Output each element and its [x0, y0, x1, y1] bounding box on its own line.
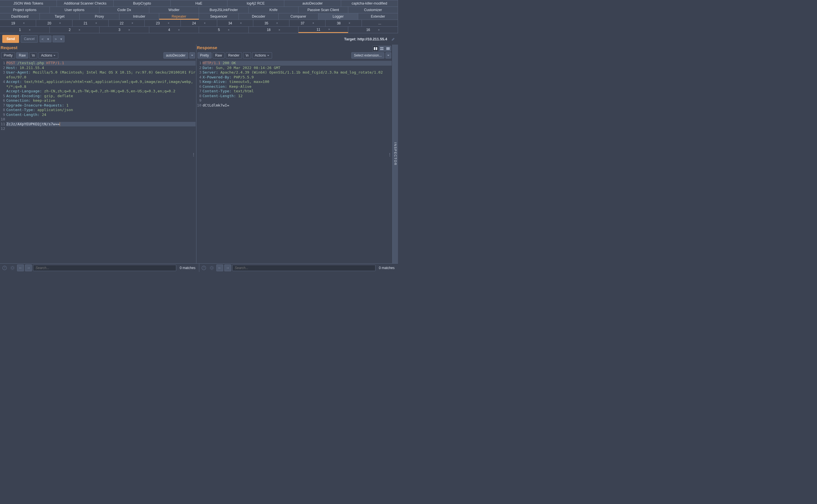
tab-passive-scan-client[interactable]: Passive Scan Client: [298, 7, 348, 13]
tab-knife[interactable]: Knife: [249, 7, 298, 13]
request-search-input[interactable]: [33, 265, 176, 271]
close-icon[interactable]: ×: [228, 28, 229, 32]
history-forward-icon[interactable]: >: [53, 36, 59, 42]
code-line[interactable]: User-Agent: Mozilla/5.0 (Macintosh; Inte…: [6, 70, 195, 80]
close-icon[interactable]: ×: [348, 22, 350, 25]
tab-user-options[interactable]: User options: [50, 7, 99, 13]
tab-comparer[interactable]: Comparer: [278, 13, 318, 20]
repeater-tab-19[interactable]: 19×: [0, 20, 36, 26]
close-icon[interactable]: ×: [23, 22, 25, 25]
code-line[interactable]: Date: Sun, 20 Mar 2022 08:14:26 GMT: [203, 66, 392, 70]
tab-dashboard[interactable]: Dashboard: [0, 13, 40, 20]
tab-project-options[interactable]: Project options: [0, 7, 50, 13]
code-line[interactable]: Content-Type: text/html: [203, 89, 392, 94]
view-tab-n[interactable]: \n: [243, 52, 251, 59]
request-decoder-dropdown-icon[interactable]: [189, 52, 195, 59]
request-decoder-select[interactable]: autoDecoder: [163, 52, 188, 59]
gear-icon[interactable]: [208, 265, 215, 271]
help-icon[interactable]: ?: [200, 265, 207, 271]
view-tab-render[interactable]: Render: [226, 52, 242, 59]
repeater-tab-24[interactable]: 24×: [181, 20, 217, 26]
tab-autodecoder[interactable]: autoDecoder: [284, 0, 341, 7]
tab-json-web-tokens[interactable]: JSON Web Tokens: [0, 0, 57, 7]
close-icon[interactable]: ×: [240, 22, 242, 25]
repeater-tab-37[interactable]: 37×: [289, 20, 325, 26]
code-line[interactable]: [203, 98, 392, 103]
tab-extender[interactable]: Extender: [358, 13, 398, 20]
close-icon[interactable]: ×: [204, 22, 205, 25]
code-line[interactable]: X-Powered-By: PHP/5.5.9: [203, 75, 392, 80]
repeater-tab-23[interactable]: 23×: [145, 20, 181, 26]
repeater-tab-11[interactable]: 11×: [298, 27, 348, 33]
history-back-dropdown-icon[interactable]: ▾: [45, 36, 51, 42]
close-icon[interactable]: ×: [168, 22, 169, 25]
code-line[interactable]: Connection: keep-alive: [6, 98, 195, 103]
code-line[interactable]: Content-Type: application/json: [6, 108, 195, 113]
response-extension-select[interactable]: Select extension...: [351, 52, 384, 59]
code-line[interactable]: Accept-Language: zh-CN,zh;q=0.8,zh-TW;q=…: [6, 89, 195, 94]
gear-icon[interactable]: [9, 265, 16, 271]
tab-proxy[interactable]: Proxy: [80, 13, 119, 20]
close-icon[interactable]: ×: [78, 28, 80, 32]
search-next-icon[interactable]: →: [224, 265, 231, 271]
inspector-sidebar[interactable]: INSPECTOR: [392, 45, 398, 263]
code-line[interactable]: Server: Apache/2.4.39 (Win64) OpenSSL/1.…: [203, 70, 392, 75]
view-tab-raw[interactable]: Raw: [16, 52, 28, 59]
tab-wsdler[interactable]: Wsdler: [149, 7, 199, 13]
repeater-tab-...[interactable]: ...: [362, 20, 398, 26]
tab-log4j2-rce[interactable]: log4j2 RCE: [227, 0, 284, 7]
view-tab-actions[interactable]: Actions: [252, 52, 272, 59]
view-tab-actions[interactable]: Actions: [38, 52, 58, 59]
tab-code-dx[interactable]: Code Dx: [99, 7, 149, 13]
layout-columns-icon[interactable]: [373, 46, 378, 51]
repeater-tab-2[interactable]: 2×: [50, 27, 99, 33]
code-line[interactable]: Accept-Encoding: gzip, deflate: [6, 94, 195, 99]
code-line[interactable]: ZcJz/AXpYEUPKEQjtN/s7w==: [6, 122, 195, 127]
code-line[interactable]: Content-Length: 24: [6, 113, 195, 117]
search-prev-icon[interactable]: ←: [216, 265, 223, 271]
view-tab-n[interactable]: \n: [29, 52, 37, 59]
tab-customizer[interactable]: Customizer: [348, 7, 398, 13]
request-editor[interactable]: 123 4 56789101112 POST /testsql.php HTTP…: [0, 60, 196, 263]
target-edit-icon[interactable]: [391, 37, 396, 41]
repeater-tab-3[interactable]: 3×: [99, 27, 149, 33]
layout-rows-icon[interactable]: [379, 46, 384, 51]
history-back-icon[interactable]: <: [40, 36, 45, 42]
view-tab-raw[interactable]: Raw: [213, 52, 224, 59]
code-line[interactable]: dCtLdlmk7wI=: [203, 103, 392, 108]
close-icon[interactable]: ×: [328, 28, 330, 31]
tab-target[interactable]: Target: [40, 13, 80, 20]
panel-drag-handle-icon[interactable]: ⋮: [192, 154, 195, 155]
repeater-tab-16[interactable]: 16×: [348, 27, 398, 33]
response-editor[interactable]: 12345678910 HTTP/1.1 200 OKDate: Sun, 20…: [196, 60, 392, 263]
code-line[interactable]: Host: 10.211.55.4: [6, 66, 195, 70]
tab-burpcrypto[interactable]: BurpCrypto: [114, 0, 170, 7]
code-line[interactable]: Connection: Keep-Alive: [203, 84, 392, 89]
response-extension-dropdown-icon[interactable]: [385, 52, 391, 59]
panel-drag-handle-icon[interactable]: ⋮: [388, 154, 392, 155]
close-icon[interactable]: ×: [278, 28, 280, 32]
repeater-tab-34[interactable]: 34×: [217, 20, 253, 26]
code-line[interactable]: HTTP/1.1 200 OK: [203, 61, 392, 66]
close-icon[interactable]: ×: [59, 22, 61, 25]
cancel-button[interactable]: Cancel: [21, 35, 38, 43]
tab-decoder[interactable]: Decoder: [239, 13, 278, 20]
repeater-tab-4[interactable]: 4×: [149, 27, 199, 33]
search-prev-icon[interactable]: ←: [17, 265, 24, 271]
code-line[interactable]: Accept: text/html,application/xhtml+xml,…: [6, 80, 195, 89]
tab-logger[interactable]: Logger: [318, 13, 358, 20]
code-line[interactable]: POST /testsql.php HTTP/1.1: [6, 61, 195, 66]
code-line[interactable]: [6, 117, 195, 122]
repeater-tab-21[interactable]: 21×: [72, 20, 109, 26]
close-icon[interactable]: ×: [276, 22, 278, 25]
tab-sequencer[interactable]: Sequencer: [199, 13, 239, 20]
code-line[interactable]: Content-Length: 12: [203, 94, 392, 99]
code-line[interactable]: Keep-Alive: timeout=5, max=100: [203, 80, 392, 84]
tab-intruder[interactable]: Intruder: [119, 13, 159, 20]
close-icon[interactable]: ×: [128, 28, 130, 32]
layout-tabs-icon[interactable]: [385, 46, 391, 51]
repeater-tab-18[interactable]: 18×: [249, 27, 298, 33]
repeater-tab-38[interactable]: 38×: [325, 20, 361, 26]
history-forward-split[interactable]: > ▾: [53, 36, 65, 42]
view-tab-pretty[interactable]: Pretty: [1, 52, 15, 59]
